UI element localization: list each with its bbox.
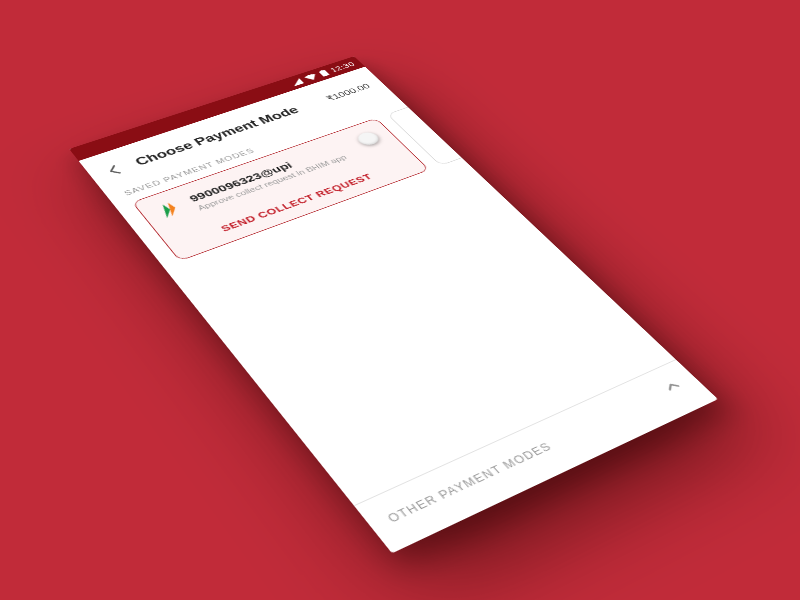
back-button[interactable] [96, 158, 134, 182]
battery-icon [318, 69, 329, 76]
app-screen: 12:30 Choose Payment Mode ₹1000.00 SAVED… [69, 56, 718, 553]
wifi-icon [303, 73, 318, 81]
chevron-up-icon [661, 378, 688, 397]
select-radio[interactable] [354, 130, 382, 147]
signal-icon [289, 78, 304, 86]
bhim-upi-icon [154, 198, 188, 220]
amount-label: ₹1000.00 [324, 82, 372, 103]
